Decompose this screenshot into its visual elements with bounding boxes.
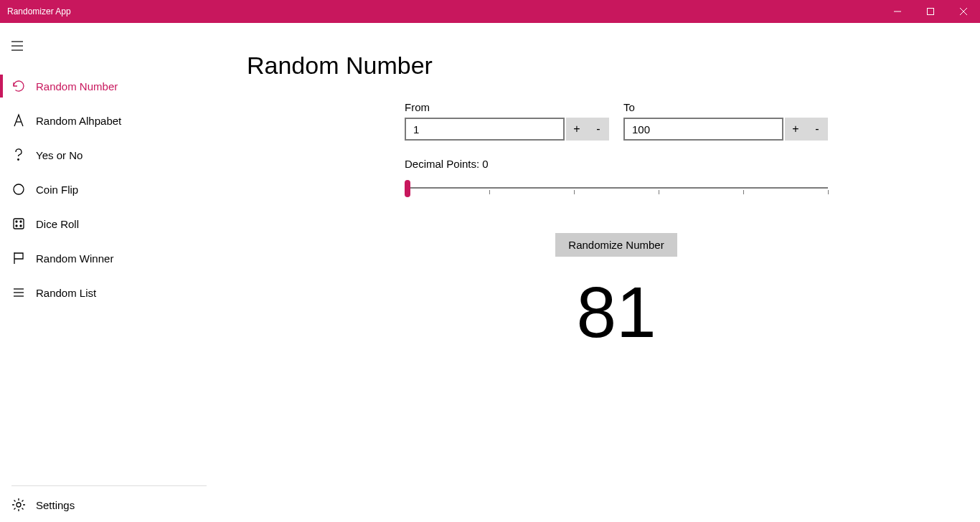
minimize-icon [894, 8, 901, 15]
sidebar-item-yes-or-no[interactable]: Yes or No [0, 138, 218, 172]
sidebar-item-dice-roll[interactable]: Dice Roll [0, 207, 218, 241]
slider-tick [828, 190, 829, 194]
to-label: To [623, 101, 828, 113]
window-title: Randomizer App [0, 6, 881, 16]
close-icon [960, 8, 967, 15]
circle-icon [11, 182, 26, 196]
svg-rect-10 [14, 219, 24, 229]
dice-icon [11, 217, 26, 231]
svg-point-13 [16, 225, 17, 227]
svg-point-8 [18, 159, 19, 161]
sidebar-item-label: Dice Roll [36, 218, 79, 230]
sidebar-item-settings[interactable]: Settings [0, 488, 218, 522]
refresh-icon [11, 79, 26, 93]
to-field: + - [623, 118, 828, 141]
to-decrement-button[interactable]: - [806, 118, 828, 141]
sidebar-item-coin-flip[interactable]: Coin Flip [0, 172, 218, 207]
slider-tick [489, 190, 490, 194]
question-icon [11, 148, 26, 162]
svg-rect-1 [928, 9, 934, 15]
maximize-icon [927, 8, 934, 15]
sidebar-item-random-alphabet[interactable]: Random Alhpabet [0, 103, 218, 138]
sidebar-divider [11, 485, 207, 486]
randomize-button[interactable]: Randomize Number [555, 233, 677, 257]
sidebar-item-random-winner[interactable]: Random Winner [0, 241, 218, 275]
list-icon [11, 285, 26, 300]
sidebar-item-label: Random Alhpabet [36, 115, 121, 127]
sidebar-item-label: Settings [36, 499, 75, 511]
sidebar-item-label: Random List [36, 287, 96, 299]
to-input[interactable] [623, 118, 783, 141]
minimize-button[interactable] [881, 0, 914, 23]
result-value: 81 [405, 271, 828, 353]
slider-tick [574, 190, 575, 194]
from-label: From [405, 101, 609, 113]
from-field: + - [405, 118, 609, 141]
svg-point-9 [14, 184, 24, 194]
page-title: Random Number [247, 52, 980, 80]
to-increment-button[interactable]: + [785, 118, 806, 141]
from-increment-button[interactable]: + [566, 118, 588, 141]
svg-point-19 [17, 503, 21, 507]
slider-track [407, 187, 828, 189]
slider-thumb[interactable] [405, 180, 410, 197]
sidebar-item-label: Random Winner [36, 252, 113, 265]
main-content: Random Number From + - To + - [218, 23, 980, 522]
svg-point-11 [16, 221, 17, 222]
svg-point-12 [20, 221, 22, 222]
close-button[interactable] [947, 0, 980, 23]
svg-point-14 [20, 225, 22, 227]
sidebar-item-random-number[interactable]: Random Number [0, 69, 218, 103]
sidebar-item-label: Yes or No [36, 149, 83, 161]
flag-icon [11, 251, 26, 265]
from-decrement-button[interactable]: - [588, 118, 609, 141]
hamburger-icon [11, 41, 23, 51]
sidebar: Random Number Random Alhpabet Yes or No … [0, 23, 218, 522]
slider-tick [659, 190, 659, 194]
title-bar: Randomizer App [0, 0, 980, 23]
from-input[interactable] [405, 118, 565, 141]
sidebar-item-label: Random Number [36, 80, 118, 92]
maximize-button[interactable] [914, 0, 947, 23]
decimal-points-label: Decimal Points: 0 [405, 158, 828, 170]
sidebar-item-label: Coin Flip [36, 184, 78, 196]
sidebar-item-random-list[interactable]: Random List [0, 275, 218, 310]
decimal-slider[interactable] [405, 177, 828, 199]
hamburger-button[interactable] [0, 29, 34, 63]
letter-a-icon [11, 113, 26, 128]
slider-tick [743, 190, 744, 194]
gear-icon [11, 498, 26, 512]
